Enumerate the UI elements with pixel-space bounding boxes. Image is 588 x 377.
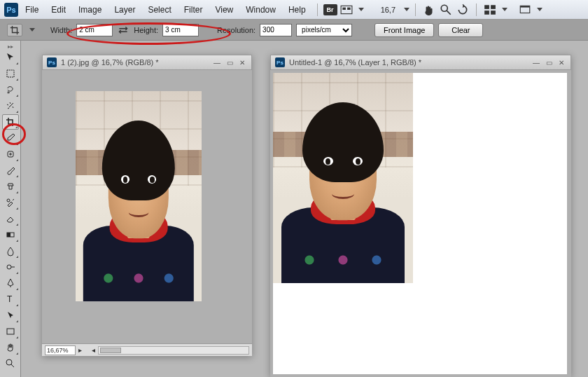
svg-rect-8: [491, 11, 496, 15]
canvas-1[interactable]: [42, 70, 252, 343]
screen-mode-icon[interactable]: [519, 4, 531, 16]
zoom-tool[interactable]: [2, 356, 19, 371]
crop-tool[interactable]: [2, 114, 19, 130]
divider: [415, 4, 416, 16]
svg-rect-5: [484, 5, 489, 9]
document-title-2: Untitled-1 @ 16,7% (Layer 1, RGB/8) *: [289, 58, 421, 67]
close-icon[interactable]: ✕: [237, 58, 247, 67]
maximize-icon[interactable]: ▭: [225, 58, 234, 67]
mini-bridge-icon[interactable]: [340, 4, 353, 16]
arrange-icon[interactable]: [484, 4, 496, 16]
gradient-tool[interactable]: [2, 227, 19, 242]
clear-button[interactable]: Clear: [438, 23, 483, 37]
zoom-icon[interactable]: [440, 4, 452, 16]
document-statusbar-1: 16,67% ▸ ◂: [42, 343, 252, 356]
menu-window[interactable]: Window: [240, 2, 281, 18]
svg-rect-11: [7, 70, 14, 77]
clone-stamp-tool[interactable]: [2, 179, 19, 194]
document-titlebar-2[interactable]: Ps Untitled-1 @ 16,7% (Layer 1, RGB/8) *…: [270, 55, 571, 70]
zoom-level-display[interactable]: 16,7: [381, 6, 396, 14]
maximize-icon[interactable]: ▭: [544, 58, 554, 67]
front-image-button[interactable]: Front Image: [374, 23, 434, 37]
dropdown-icon[interactable]: [537, 8, 542, 11]
resolution-units-select[interactable]: pixels/cm: [296, 24, 352, 36]
svg-point-3: [441, 5, 447, 11]
svg-rect-1: [342, 7, 346, 9]
rotate-icon[interactable]: [456, 4, 469, 16]
minimize-icon[interactable]: —: [212, 58, 222, 67]
pen-tool[interactable]: [2, 275, 19, 291]
canvas-2[interactable]: [270, 70, 571, 377]
height-label: Height:: [134, 26, 158, 34]
zoom-dropdown-icon[interactable]: [404, 8, 410, 11]
width-label: Width:: [50, 26, 72, 34]
swap-width-height-icon[interactable]: [117, 24, 130, 36]
hand-tool[interactable]: [2, 340, 19, 355]
status-zoom-input[interactable]: 16,67%: [45, 345, 76, 355]
status-info-icon[interactable]: ▸: [78, 346, 82, 354]
dropdown-icon[interactable]: [358, 8, 364, 11]
hand-icon[interactable]: [423, 4, 435, 16]
type-tool[interactable]: T: [2, 292, 19, 307]
document-title-1: 1 (2).jpg @ 16,7% (RGB/8) *: [61, 58, 159, 67]
svg-rect-15: [7, 233, 10, 237]
menu-image[interactable]: Image: [73, 2, 107, 18]
resolution-label: Resolution:: [217, 26, 255, 34]
menu-layer[interactable]: Layer: [108, 2, 141, 18]
dodge-tool[interactable]: [2, 259, 19, 275]
svg-point-13: [7, 199, 10, 202]
svg-point-16: [7, 265, 11, 269]
history-brush-tool[interactable]: [2, 195, 19, 210]
toolbox: ▸▸ T: [0, 41, 21, 377]
scroll-left-icon[interactable]: ◂: [92, 346, 95, 354]
menu-file[interactable]: File: [20, 2, 44, 18]
svg-rect-10: [520, 6, 530, 7]
magic-wand-tool[interactable]: [2, 98, 19, 114]
menu-select[interactable]: Select: [142, 2, 176, 18]
lasso-tool[interactable]: [2, 82, 19, 97]
svg-line-20: [11, 364, 14, 367]
divider: [317, 4, 318, 16]
menu-bar: Ps File Edit Image Layer Select Filter V…: [0, 0, 588, 20]
divider: [476, 4, 477, 16]
svg-rect-7: [484, 11, 489, 15]
svg-line-4: [447, 11, 451, 15]
menu-edit[interactable]: Edit: [46, 2, 71, 18]
document-window-1: Ps 1 (2).jpg @ 16,7% (RGB/8) * — ▭ ✕ 16,…: [42, 55, 252, 356]
workspace: ▸▸ T Ps 1 (2).jpg @ 16,7% (RGB/8) *: [0, 41, 588, 377]
svg-rect-6: [491, 5, 496, 9]
crop-tool-icon: [7, 24, 22, 36]
close-icon[interactable]: ✕: [556, 58, 566, 67]
bridge-icon[interactable]: Br: [323, 4, 337, 15]
tool-preset-dropdown-icon[interactable]: [29, 28, 35, 32]
ps-doc-icon: Ps: [47, 57, 57, 67]
shape-tool[interactable]: [2, 324, 19, 339]
width-input[interactable]: [76, 24, 113, 36]
move-tool[interactable]: [2, 50, 19, 65]
minimize-icon[interactable]: —: [531, 58, 541, 67]
resolution-input[interactable]: [260, 24, 292, 36]
menu-view[interactable]: View: [209, 2, 239, 18]
marquee-tool[interactable]: [2, 66, 19, 81]
brush-tool[interactable]: [2, 163, 19, 178]
svg-rect-18: [7, 329, 14, 334]
toolbox-handle[interactable]: ▸▸: [4, 43, 18, 49]
menu-filter[interactable]: Filter: [178, 2, 209, 18]
height-input[interactable]: [162, 24, 199, 36]
eyedropper-tool[interactable]: [2, 130, 19, 146]
horizontal-scrollbar[interactable]: [98, 346, 249, 355]
path-selection-tool[interactable]: [2, 308, 19, 323]
document-window-2: Ps Untitled-1 @ 16,7% (Layer 1, RGB/8) *…: [270, 55, 571, 377]
menu-help[interactable]: Help: [283, 2, 312, 18]
svg-text:T: T: [7, 294, 13, 304]
documents-area: Ps 1 (2).jpg @ 16,7% (RGB/8) * — ▭ ✕ 16,…: [21, 41, 588, 377]
blur-tool[interactable]: [2, 243, 19, 259]
eraser-tool[interactable]: [2, 211, 19, 226]
document-titlebar-1[interactable]: Ps 1 (2).jpg @ 16,7% (RGB/8) * — ▭ ✕: [42, 55, 252, 70]
app-logo: Ps: [4, 3, 18, 17]
ps-doc-icon: Ps: [275, 57, 285, 67]
svg-point-19: [6, 359, 12, 365]
healing-brush-tool[interactable]: [2, 146, 19, 162]
dropdown-icon[interactable]: [502, 8, 507, 11]
svg-rect-2: [347, 7, 351, 9]
